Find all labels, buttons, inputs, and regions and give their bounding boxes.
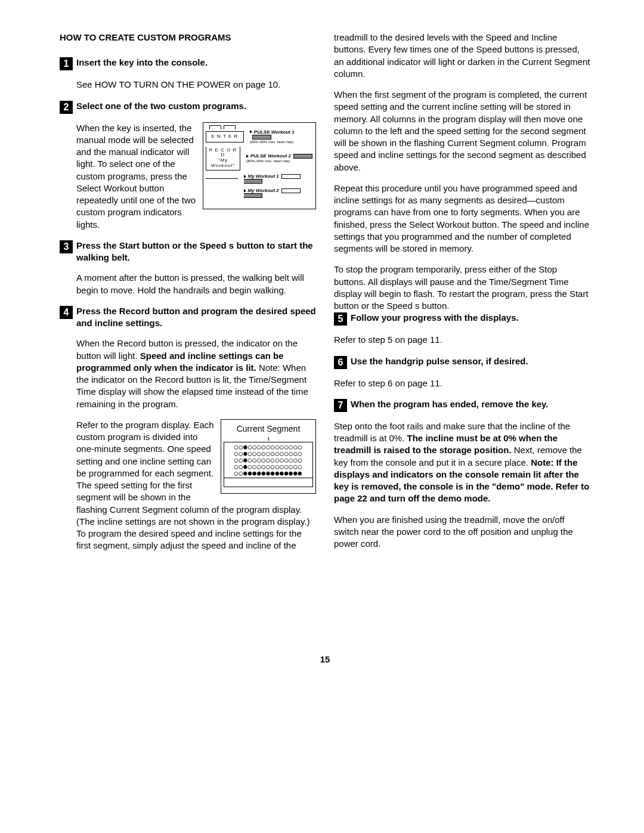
step-5-number: 5 <box>334 312 347 326</box>
step-4-number: 4 <box>60 306 73 319</box>
step-4-p3: treadmill to the desired levels with the… <box>334 32 590 80</box>
step-1-title: Insert the key into the console. <box>76 57 208 69</box>
step-6-number: 6 <box>334 356 347 369</box>
step-7-title: When the program has ended, remove the k… <box>351 398 548 410</box>
step-1-number: 1 <box>60 57 73 70</box>
step-6: 6 Use the handgrip pulse sensor, if desi… <box>334 355 590 389</box>
step-5: 5 Follow your progress with the displays… <box>334 312 590 346</box>
step-7-p2: When you are finished using the treadmil… <box>334 514 590 550</box>
step-7-p1: Step onto the foot rails and make sure t… <box>334 420 590 505</box>
pulse-workout-1-label: PULSE Workout 1 (60%–85% max. heart rate… <box>250 130 313 144</box>
step-2-number: 2 <box>60 101 73 114</box>
step-6-text: Refer to step 6 on page 11. <box>334 377 590 389</box>
step-1-text: See HOW TO TURN ON THE POWER on page 10. <box>76 79 316 91</box>
pulse-workout-2-label: PULSE Workout 2 (80%–90% max. heart rate… <box>246 154 312 163</box>
record-button-graphic: R E C O R D "My Workout" <box>206 147 240 171</box>
section-title: HOW TO CREATE CUSTOM PROGRAMS <box>60 32 316 44</box>
my-workout-2-label: My Workout 2 <box>244 188 314 198</box>
step-7: 7 When the program has ended, remove the… <box>334 398 590 550</box>
step-4-title: Press the Record button and program the … <box>76 305 316 330</box>
step-2-title: Select one of the two custom programs. <box>76 100 246 112</box>
step-4-p5: Repeat this procedure until you have pro… <box>334 182 590 255</box>
console-diagram: E N T E R PULSE Workout 1 (60%–85% max. … <box>203 122 316 210</box>
step-6-title: Use the handgrip pulse sensor, if desire… <box>351 355 528 367</box>
step-1: 1 Insert the key into the console. See H… <box>60 57 316 91</box>
my-workout-1-label: My Workout 1 <box>244 174 314 184</box>
step-4-p4: When the first segment of the program is… <box>334 89 590 174</box>
step-7-number: 7 <box>334 399 347 412</box>
step-3-title: Press the Start button or the Speed s bu… <box>76 240 316 264</box>
step-4-p1: When the Record button is pressed, the i… <box>76 337 316 410</box>
step-4-p6: To stop the program temporarily, press e… <box>334 264 590 312</box>
step-5-title: Follow your progress with the displays. <box>351 312 519 324</box>
page-number: 15 <box>60 654 590 665</box>
step-2: 2 Select one of the two custom programs.… <box>60 100 316 240</box>
current-segment-diagram: Current Segment ○○●○○○○○○○○○○○○ ○○●○○○○○… <box>221 419 316 494</box>
step-3-text: A moment after the button is pressed, th… <box>76 272 316 296</box>
step-3-number: 3 <box>60 240 73 253</box>
step-5-text: Refer to step 5 on page 11. <box>334 334 590 346</box>
step-3: 3 Press the Start button or the Speed s … <box>60 240 316 296</box>
enter-button-graphic: E N T E R <box>206 131 244 143</box>
